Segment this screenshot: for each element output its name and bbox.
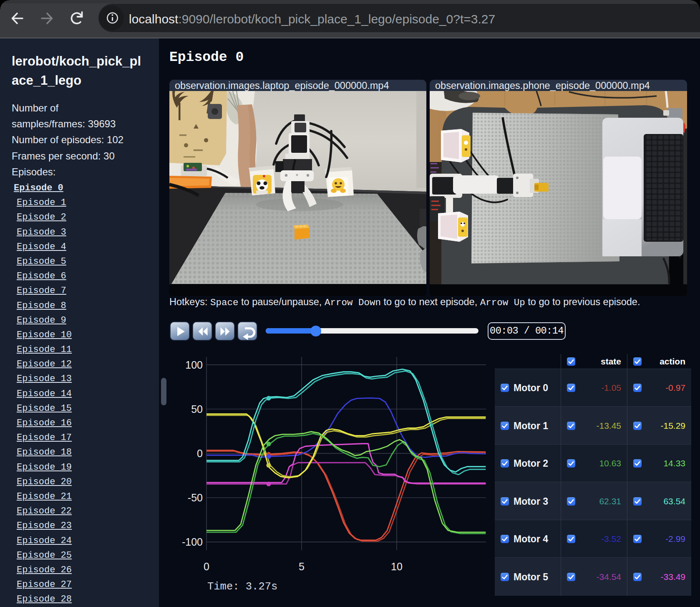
svg-text:10: 10 xyxy=(391,561,403,572)
svg-text:-100: -100 xyxy=(182,536,203,548)
svg-text:Time: 3.27s: Time: 3.27s xyxy=(207,581,277,593)
svg-text:-50: -50 xyxy=(188,492,203,503)
svg-text:50: 50 xyxy=(191,403,203,415)
svg-text:0: 0 xyxy=(204,561,209,572)
svg-text:0: 0 xyxy=(197,448,203,459)
svg-text:5: 5 xyxy=(299,561,305,572)
svg-text:100: 100 xyxy=(185,359,203,371)
